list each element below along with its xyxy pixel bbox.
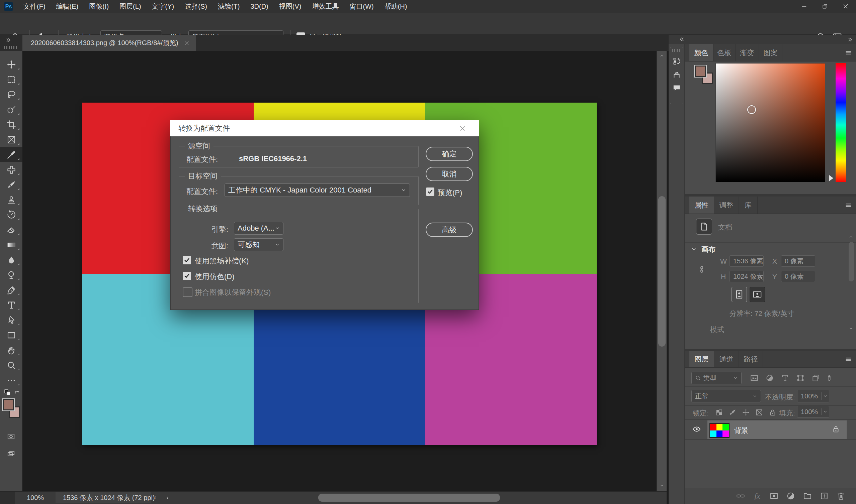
hue-slider[interactable] xyxy=(836,63,846,182)
history-brush-tool[interactable] xyxy=(0,207,22,222)
close-tab-icon[interactable] xyxy=(183,39,190,47)
blend-mode-select[interactable]: 正常 xyxy=(691,390,761,402)
close-icon[interactable] xyxy=(835,0,856,13)
menu-item-select[interactable]: 选择(S) xyxy=(179,0,212,13)
link-layers-button[interactable] xyxy=(736,491,746,501)
panel-scroll-up-icon[interactable] xyxy=(848,235,854,239)
collapse-dock-icon[interactable] xyxy=(846,36,854,42)
portrait-orientation-button[interactable] xyxy=(732,287,747,302)
tab-patterns[interactable]: 图案 xyxy=(759,44,782,61)
menu-item-filter[interactable]: 滤镜(T) xyxy=(212,0,245,13)
filter-type-layers-icon[interactable] xyxy=(781,373,790,383)
filter-shape-layers-icon[interactable] xyxy=(796,373,805,383)
new-adjustment-layer-button[interactable] xyxy=(786,491,796,501)
brush-tool[interactable] xyxy=(0,177,22,192)
edit-toolbar-button[interactable] xyxy=(0,373,22,388)
quick-mask-mode-icon[interactable] xyxy=(6,432,16,441)
scroll-up-icon[interactable] xyxy=(659,53,665,58)
strip-grip[interactable] xyxy=(672,49,681,52)
y-field[interactable]: 0 像素 xyxy=(781,271,815,282)
width-field[interactable]: 1536 像素 xyxy=(730,255,764,267)
lock-image-pixels-icon[interactable] xyxy=(728,408,737,417)
panel-menu-icon[interactable] xyxy=(844,356,853,363)
landscape-orientation-button[interactable] xyxy=(750,287,765,302)
x-field[interactable]: 0 像素 xyxy=(781,255,815,267)
blur-tool[interactable] xyxy=(0,252,22,267)
canvas-vertical-scrollbar[interactable] xyxy=(656,51,667,491)
toolbar-grip[interactable] xyxy=(4,46,18,49)
horizontal-scroll-thumb[interactable] xyxy=(318,493,500,502)
default-colors-icon[interactable] xyxy=(3,389,11,396)
lock-transparent-pixels-icon[interactable] xyxy=(715,408,723,417)
tab-color[interactable]: 颜色 xyxy=(689,44,714,61)
status-prev-icon[interactable] xyxy=(165,494,171,501)
comments-panel-icon[interactable] xyxy=(670,81,683,94)
tab-channels[interactable]: 通道 xyxy=(714,351,739,367)
screen-mode-icon[interactable] xyxy=(6,449,16,458)
canvas-section-chevron-icon[interactable] xyxy=(691,246,697,252)
menu-item-edit[interactable]: 编辑(E) xyxy=(51,0,84,13)
new-layer-button[interactable] xyxy=(819,491,829,501)
zoom-tool[interactable] xyxy=(0,358,22,373)
minimize-icon[interactable] xyxy=(794,0,815,13)
panel-scroll-thumb[interactable] xyxy=(849,242,854,282)
menu-item-view[interactable]: 视图(V) xyxy=(274,0,307,13)
link-dimensions-icon[interactable] xyxy=(697,261,707,278)
clone-stamp-tool[interactable] xyxy=(0,192,22,207)
tab-swatches[interactable]: 色板 xyxy=(714,44,736,61)
preview-checkbox[interactable] xyxy=(426,187,434,196)
rectangular-marquee-tool[interactable] xyxy=(0,72,22,87)
lasso-tool[interactable] xyxy=(0,87,22,102)
document-tab[interactable]: 20200606033814303.png @ 100%(RGB/8#/预览) xyxy=(22,35,196,51)
advanced-button[interactable]: 高级 xyxy=(426,222,473,237)
panel-menu-icon[interactable] xyxy=(844,50,853,56)
tab-libraries[interactable]: 库 xyxy=(739,197,758,214)
delete-layer-button[interactable] xyxy=(836,491,846,501)
zoom-level-field[interactable]: 100% xyxy=(27,491,44,504)
type-tool[interactable] xyxy=(0,298,22,312)
ok-button[interactable]: 确定 xyxy=(426,147,473,161)
expand-toolbar-icon[interactable] xyxy=(4,37,13,43)
restore-icon[interactable] xyxy=(815,0,835,13)
crop-tool[interactable] xyxy=(0,117,22,132)
object-selection-tool[interactable] xyxy=(0,102,22,117)
hand-tool[interactable] xyxy=(0,343,22,358)
move-tool[interactable] xyxy=(0,57,22,72)
filter-adjustment-layers-icon[interactable] xyxy=(765,373,774,383)
tab-layers[interactable]: 图层 xyxy=(689,351,714,367)
swap-colors-icon[interactable] xyxy=(13,389,21,396)
dodge-tool[interactable] xyxy=(0,267,22,283)
hue-slider-arrow[interactable] xyxy=(829,175,836,181)
status-next-icon[interactable] xyxy=(152,494,158,501)
use-dither-checkbox[interactable] xyxy=(183,272,191,280)
tab-gradients[interactable]: 渐变 xyxy=(736,44,759,61)
color-field-selector[interactable] xyxy=(747,105,756,114)
lock-all-icon[interactable] xyxy=(768,408,777,417)
libraries-panel-icon[interactable] xyxy=(670,68,683,81)
menu-item-3d[interactable]: 3D(D) xyxy=(245,0,273,13)
panel-scroll-down-icon[interactable] xyxy=(848,326,854,331)
panel-foreground-color-swatch[interactable] xyxy=(695,66,706,77)
dialog-close-icon[interactable] xyxy=(458,124,467,133)
use-black-point-compensation-checkbox[interactable] xyxy=(183,256,191,264)
filter-pixel-layers-icon[interactable] xyxy=(750,373,759,383)
foreground-color-swatch[interactable] xyxy=(3,399,14,410)
document-properties-icon[interactable] xyxy=(696,219,712,235)
layer-style-button[interactable]: fx xyxy=(752,491,762,501)
tab-properties[interactable]: 属性 xyxy=(689,197,714,214)
collapse-strip-icon[interactable] xyxy=(678,36,686,42)
lock-position-icon[interactable] xyxy=(741,408,750,417)
opacity-field[interactable]: 100% xyxy=(797,390,829,402)
vertical-scroll-thumb[interactable] xyxy=(658,196,666,346)
spot-healing-brush-tool[interactable] xyxy=(0,162,22,177)
engine-select[interactable]: Adobe (A... xyxy=(234,222,284,235)
menu-item-type[interactable]: 文字(Y) xyxy=(147,0,180,13)
layer-visibility-eye-icon[interactable] xyxy=(691,425,702,434)
intent-select[interactable]: 可感知 xyxy=(234,238,284,251)
frame-tool[interactable] xyxy=(0,132,22,147)
eyedropper-tool[interactable] xyxy=(0,147,22,162)
dialog-title-bar[interactable]: 转换为配置文件 xyxy=(170,120,479,137)
panel-menu-icon[interactable] xyxy=(844,202,853,209)
layer-filter-select[interactable]: 类型 xyxy=(691,372,741,384)
lock-artboard-nesting-icon[interactable] xyxy=(755,408,764,417)
